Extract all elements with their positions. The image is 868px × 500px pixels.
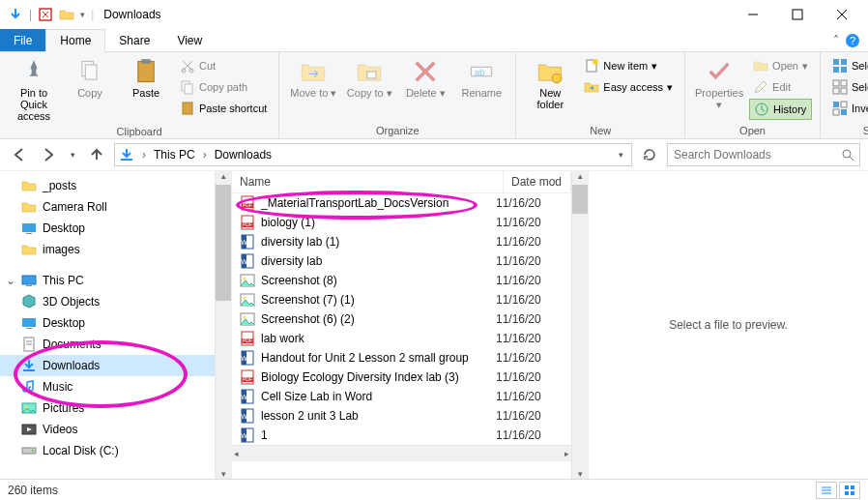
img-file-icon (240, 273, 255, 288)
move-to-button[interactable]: Move to ▾ (287, 56, 339, 102)
view-details-button[interactable] (816, 482, 837, 499)
view-large-icons-button[interactable] (839, 482, 860, 499)
file-row[interactable]: PDFlab work11/16/20 (232, 329, 571, 348)
nav-this-pc[interactable]: ⌄This PC (0, 270, 231, 291)
qat-properties-icon[interactable] (38, 7, 53, 22)
nav-camera-roll[interactable]: Camera Roll (0, 196, 231, 218)
tab-view[interactable]: View (163, 29, 216, 51)
maximize-button[interactable] (775, 0, 820, 29)
new-item-button[interactable]: New item ▾ (580, 56, 677, 75)
nav-images[interactable]: images (0, 239, 231, 260)
easy-access-button[interactable]: Easy access ▾ (580, 77, 677, 97)
copy-path-button[interactable]: Copy path (176, 77, 271, 97)
group-select: Select all Select none Invert selection … (821, 52, 868, 138)
file-row[interactable]: W111/16/20 (232, 426, 571, 445)
file-row[interactable]: Wlesson 2 unit 3 Lab11/16/20 (232, 406, 571, 426)
delete-button[interactable]: Delete ▾ (399, 56, 451, 102)
qat-folder-icon[interactable] (59, 7, 74, 22)
nav-3d-objects[interactable]: 3D Objects (0, 291, 231, 312)
crumb-this-pc[interactable]: This PC (154, 148, 195, 162)
refresh-button[interactable] (638, 143, 661, 166)
svg-text:PDF: PDF (243, 221, 252, 227)
file-row[interactable]: PDFbiology (1)11/16/20 (232, 213, 571, 232)
forward-button[interactable] (37, 143, 60, 166)
paste-shortcut-button[interactable]: Paste shortcut (176, 99, 271, 118)
search-input[interactable] (674, 148, 841, 162)
file-date: 11/16/20 (496, 235, 564, 249)
file-list[interactable]: Name Date mod PDF_MaterialTransportLab_D… (232, 171, 571, 479)
up-button[interactable] (85, 143, 108, 166)
navigation-pane[interactable]: _posts Camera Roll Desktop images ⌄This … (0, 171, 232, 479)
nav-pictures[interactable]: Pictures (0, 397, 231, 419)
col-name[interactable]: Name (232, 171, 504, 192)
status-bar: 260 items (0, 479, 868, 500)
select-all-button[interactable]: Select all (828, 56, 868, 75)
back-button[interactable] (8, 143, 31, 166)
file-list-horizontal-scrollbar[interactable]: ◂ ▸ (232, 445, 571, 461)
file-row[interactable]: PDFBiology Ecology Diversity Index lab (… (232, 368, 571, 387)
col-date[interactable]: Date mod (504, 171, 571, 192)
cut-button[interactable]: Cut (176, 56, 271, 75)
svg-text:W: W (241, 432, 247, 439)
svg-text:PDF: PDF (243, 202, 252, 208)
svg-rect-89 (845, 491, 849, 495)
tab-home[interactable]: Home (45, 29, 105, 52)
file-row[interactable]: Wdiversity lab11/16/20 (232, 251, 571, 271)
address-dropdown-icon[interactable]: ▾ (615, 150, 627, 160)
file-list-vertical-scrollbar[interactable]: ▴ ▾ (571, 171, 588, 479)
svg-point-17 (553, 74, 562, 82)
file-row[interactable]: WCell Size Lab in Word11/16/20 (232, 387, 571, 406)
tab-file[interactable]: File (0, 29, 45, 51)
help-icon[interactable]: ? (845, 33, 860, 48)
nav-posts[interactable]: _posts (0, 175, 231, 196)
file-name: Cell Size Lab in Word (261, 390, 496, 403)
tab-share[interactable]: Share (105, 29, 163, 51)
crumb-downloads[interactable]: Downloads (215, 148, 272, 162)
nav-documents[interactable]: Documents (0, 334, 231, 355)
navpane-scrollbar[interactable]: ▴ ▾ (215, 171, 231, 479)
new-folder-button[interactable]: New folder (524, 56, 576, 112)
nav-music[interactable]: Music (0, 376, 231, 397)
file-date: 11/16/20 (496, 409, 564, 423)
breadcrumb[interactable]: This PC Downloads ▾ (114, 143, 632, 166)
file-row[interactable]: WHandout for Unit 2 Lesson 2 small group… (232, 348, 571, 368)
properties-button[interactable]: Properties ▾ (693, 56, 745, 113)
edit-button[interactable]: Edit (749, 77, 812, 97)
svg-text:PDF: PDF (243, 338, 252, 343)
close-button[interactable] (820, 0, 864, 29)
select-none-button[interactable]: Select none (828, 77, 868, 97)
file-row[interactable]: Screenshot (7) (1)11/16/20 (232, 290, 571, 309)
recent-locations-button[interactable]: ▾ (66, 143, 79, 166)
nav-videos[interactable]: Videos (0, 419, 231, 440)
file-row[interactable]: Wdiversity lab (1)11/16/20 (232, 232, 571, 251)
svg-rect-22 (841, 59, 847, 65)
svg-point-65 (244, 316, 246, 319)
nav-desktop-quick[interactable]: Desktop (0, 218, 231, 239)
img-file-icon (240, 311, 255, 327)
search-box[interactable] (667, 143, 860, 166)
svg-rect-39 (26, 328, 32, 329)
minimize-button[interactable] (731, 0, 775, 29)
file-row[interactable]: Screenshot (8)11/16/20 (232, 271, 571, 290)
copy-to-button[interactable]: Copy to ▾ (343, 56, 395, 102)
nav-downloads[interactable]: Downloads (0, 355, 231, 376)
open-button[interactable]: Open ▾ (749, 56, 812, 75)
svg-rect-90 (851, 491, 854, 495)
file-row[interactable]: Screenshot (6) (2)11/16/20 (232, 309, 571, 329)
pin-to-quick-access-button[interactable]: Pin to Quick access (8, 56, 60, 124)
word-file-icon: W (240, 350, 255, 366)
copy-button[interactable]: Copy (64, 56, 116, 101)
qat-dropdown-icon[interactable]: ▾ (80, 10, 85, 19)
column-headers[interactable]: Name Date mod (232, 171, 571, 193)
file-name: Biology Ecology Diversity Index lab (3) (261, 370, 496, 384)
nav-desktop[interactable]: Desktop (0, 312, 231, 334)
paste-button[interactable]: Paste (120, 56, 172, 101)
history-button[interactable]: History (749, 99, 812, 120)
ribbon-collapse-icon[interactable]: ˄ (833, 34, 839, 47)
svg-point-63 (244, 297, 246, 300)
nav-local-disk[interactable]: Local Disk (C:) (0, 440, 231, 461)
svg-text:W: W (241, 355, 247, 362)
rename-button[interactable]: ab Rename (455, 56, 507, 101)
invert-selection-button[interactable]: Invert selection (828, 99, 868, 118)
file-row[interactable]: PDF_MaterialTransportLab_DocsVersion11/1… (232, 193, 571, 213)
